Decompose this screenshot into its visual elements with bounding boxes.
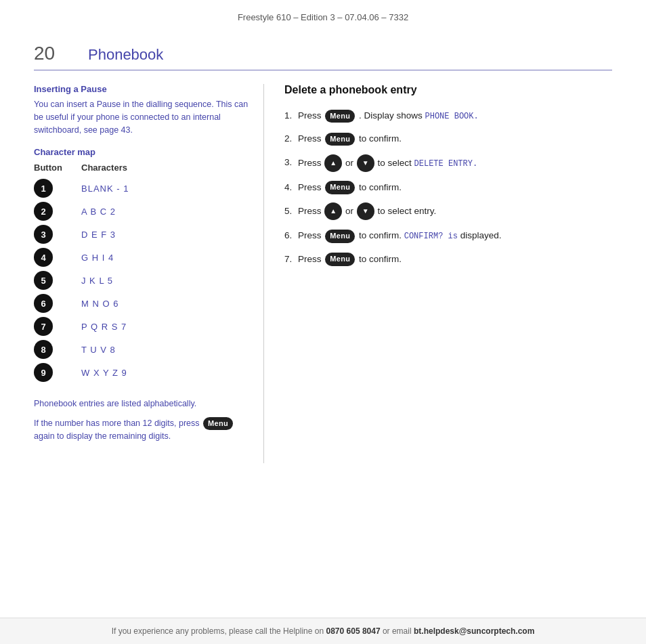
display-text: PHONE BOOK.: [425, 112, 478, 121]
col-header-chars: Characters: [81, 163, 250, 177]
char-button-cell: 5: [34, 269, 81, 292]
char-value-cell: W X Y Z 9: [81, 361, 250, 384]
char-value-cell: P Q R S 7: [81, 315, 250, 338]
inserting-pause-text: You can insert a Pause in the dialling s…: [34, 98, 250, 136]
display-text: DELETE ENTRY.: [414, 158, 478, 168]
header-title: Freestyle 610 – Edition 3 – 07.04.06 – 7…: [238, 12, 408, 22]
char-button-cell: 1: [34, 177, 81, 200]
vol-up-button[interactable]: ▲: [324, 154, 342, 172]
char-map-row: 6 M N O 6: [34, 292, 250, 315]
button-number-icon: 1: [34, 179, 53, 198]
steps-list: 1. Press Menu . Display shows PHONE BOOK…: [284, 108, 612, 266]
step-item: 5. Press ▲ or ▼ to select entry.: [284, 202, 612, 220]
char-map-row: 7 P Q R S 7: [34, 315, 250, 338]
button-number-icon: 4: [34, 248, 53, 267]
step-content: Press Menu to confirm.: [298, 180, 612, 195]
step-number: 4.: [284, 180, 298, 195]
chapter-title: Phonebook: [88, 46, 163, 64]
vol-up-button[interactable]: ▲: [324, 202, 342, 220]
char-map-title: Character map: [34, 147, 250, 157]
char-value-cell: A B C 2: [81, 200, 250, 223]
menu-button-inline: Menu: [203, 417, 233, 430]
char-button-cell: 2: [34, 200, 81, 223]
menu-button[interactable]: Menu: [325, 253, 355, 266]
char-value-cell: G H I 4: [81, 246, 250, 269]
step-number: 6.: [284, 228, 298, 243]
char-button-cell: 6: [34, 292, 81, 315]
char-value-cell: M N O 6: [81, 292, 250, 315]
vol-down-button[interactable]: ▼: [357, 154, 374, 172]
button-number-icon: 7: [34, 317, 53, 336]
step-content: Press Menu to confirm. CONFIRM? is displ…: [298, 228, 612, 243]
step-content: Press ▲ or ▼ to select DELETE ENTRY.: [298, 154, 612, 172]
display-text: CONFIRM? is: [404, 232, 458, 241]
char-button-cell: 8: [34, 338, 81, 361]
step-item: 1. Press Menu . Display shows PHONE BOOK…: [284, 108, 612, 123]
left-column: Inserting a Pause You can insert a Pause…: [34, 84, 264, 463]
footer-note-2: If the number has more than 12 digits, p…: [34, 417, 250, 443]
char-button-cell: 7: [34, 315, 81, 338]
main-content: 20 Phonebook Inserting a Pause You can i…: [0, 29, 646, 477]
menu-button[interactable]: Menu: [325, 181, 355, 194]
step-item: 7. Press Menu to confirm.: [284, 252, 612, 267]
footer-notes: Phonebook entries are listed alphabetica…: [34, 398, 250, 442]
step-item: 2. Press Menu to confirm.: [284, 131, 612, 146]
step-content: Press Menu to confirm.: [298, 252, 612, 267]
char-button-cell: 4: [34, 246, 81, 269]
char-map-row: 5 J K L 5: [34, 269, 250, 292]
menu-button[interactable]: Menu: [325, 110, 355, 123]
step-number: 5.: [284, 204, 298, 219]
step-number: 1.: [284, 108, 298, 123]
char-map-row: 1 BLANK - 1: [34, 177, 250, 200]
button-number-icon: 8: [34, 340, 53, 359]
right-column: Delete a phonebook entry 1. Press Menu .…: [264, 84, 612, 463]
char-map-row: 3 D E F 3: [34, 223, 250, 246]
char-value-cell: D E F 3: [81, 223, 250, 246]
step-item: 4. Press Menu to confirm.: [284, 180, 612, 195]
step-item: 3. Press ▲ or ▼ to select DELETE ENTRY.: [284, 154, 612, 172]
char-map-row: 2 A B C 2: [34, 200, 250, 223]
step-content: Press Menu to confirm.: [298, 131, 612, 146]
vol-down-button[interactable]: ▼: [357, 202, 374, 220]
menu-button[interactable]: Menu: [325, 230, 355, 243]
char-map-table: Button Characters 1 BLANK - 1 2 A B C 2 …: [34, 163, 250, 384]
col-header-button: Button: [34, 163, 81, 177]
step-number: 7.: [284, 252, 298, 267]
char-map-row: 8 T U V 8: [34, 338, 250, 361]
char-button-cell: 9: [34, 361, 81, 384]
step-content: Press Menu . Display shows PHONE BOOK.: [298, 108, 612, 123]
button-number-icon: 5: [34, 271, 53, 290]
char-map-row: 4 G H I 4: [34, 246, 250, 269]
char-value-cell: T U V 8: [81, 338, 250, 361]
char-button-cell: 3: [34, 223, 81, 246]
button-number-icon: 9: [34, 363, 53, 382]
button-number-icon: 3: [34, 225, 53, 244]
footer-text: If you experience any problems, please c…: [112, 626, 535, 636]
footer-email[interactable]: bt.helpdesk@suncorptech.com: [414, 626, 534, 636]
two-col-layout: Inserting a Pause You can insert a Pause…: [34, 84, 612, 463]
char-map-row: 9 W X Y Z 9: [34, 361, 250, 384]
chapter-divider: [34, 70, 612, 70]
inserting-pause-title: Inserting a Pause: [34, 84, 250, 94]
step-number: 3.: [284, 155, 298, 170]
step-number: 2.: [284, 131, 298, 146]
footer-note-1: Phonebook entries are listed alphabetica…: [34, 398, 250, 410]
char-value-cell: BLANK - 1: [81, 177, 250, 200]
chapter-heading: 20 Phonebook: [34, 43, 612, 64]
char-value-cell: J K L 5: [81, 269, 250, 292]
button-number-icon: 2: [34, 202, 53, 221]
step-item: 6. Press Menu to confirm. CONFIRM? is di…: [284, 228, 612, 243]
delete-section-title: Delete a phonebook entry: [284, 84, 612, 96]
page-footer: If you experience any problems, please c…: [0, 618, 646, 644]
chapter-number: 20: [34, 43, 68, 64]
menu-button[interactable]: Menu: [325, 133, 355, 146]
footer-phone: 0870 605 8047: [326, 626, 381, 636]
step-content: Press ▲ or ▼ to select entry.: [298, 202, 612, 220]
button-number-icon: 6: [34, 294, 53, 313]
page-header: Freestyle 610 – Edition 3 – 07.04.06 – 7…: [0, 0, 646, 29]
